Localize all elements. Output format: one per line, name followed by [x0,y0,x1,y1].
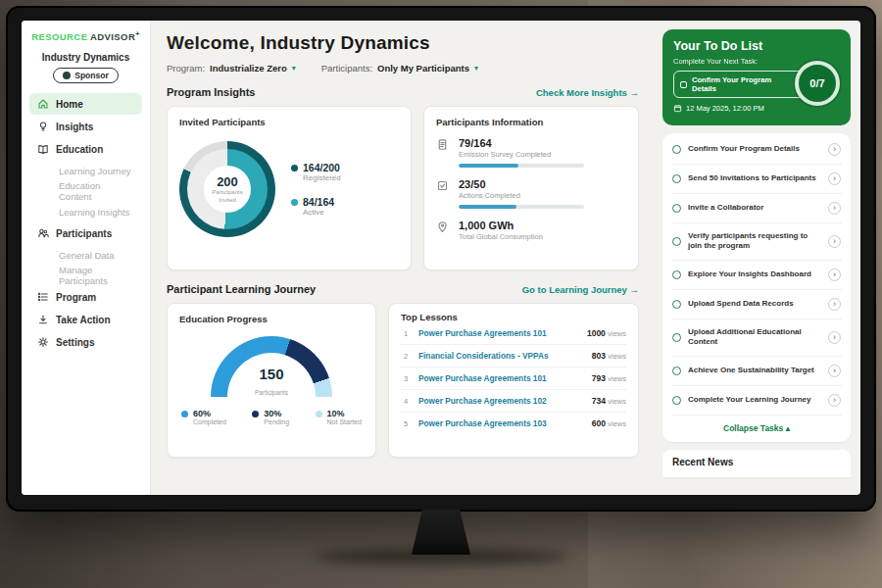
sidebar-item-settings[interactable]: Settings [29,331,142,353]
sidebar-item-general-data[interactable]: General Data [29,245,142,265]
not-started-dot [316,411,322,417]
resource-advisor-logo: RESOURCE ADVISOR+ [29,30,142,42]
recent-news-title: Recent News [672,457,733,467]
sidebar-item-education[interactable]: Education [29,138,142,160]
lesson-row[interactable]: 1 Power Purchase Agreements 101 1000 vie… [401,322,626,345]
task-row[interactable]: Invite a Collaborator › [671,194,842,223]
lesson-link[interactable]: Power Purchase Agreements 102 [418,396,584,406]
lesson-row[interactable]: 2 Financial Considerations - VPPAs 803 v… [401,345,626,368]
lesson-rank: 3 [401,374,411,383]
stand-shadow [314,549,568,564]
lesson-link[interactable]: Financial Considerations - VPPAs [418,351,584,361]
scene: RESOURCE ADVISOR+ Industry Dynamics Spon… [0,0,882,588]
task-checkbox[interactable] [672,396,681,405]
lesson-views: 1000 views [587,328,626,338]
todo-title: Your To Do List [673,39,840,53]
task-checkbox[interactable] [672,270,681,279]
task-row[interactable]: Upload Spend Data Records › [671,290,842,319]
sidebar-item-insights[interactable]: Insights [29,116,142,137]
task-open-icon[interactable]: › [828,394,841,407]
insights-cards-row: Invited Participants 200 Participants In… [167,106,639,270]
program-select[interactable]: Program: Industrialize Zero ▾ [167,63,296,74]
task-open-icon[interactable]: › [828,365,841,377]
sponsor-badge: Sponsor [53,68,118,83]
next-task-pill[interactable]: Confirm Your Program Details [673,71,805,98]
task-open-icon[interactable]: › [828,172,841,185]
sidebar-item-program[interactable]: Program [29,286,142,308]
lesson-row[interactable]: 3 Power Purchase Agreements 101 793 view… [401,368,626,390]
chevron-down-icon: ▾ [292,64,296,73]
participants-information-card: Participants Information 79/164 Emission… [423,106,639,270]
task-checkbox[interactable] [672,204,681,213]
org-name: Industry Dynamics [29,52,142,63]
consumption-row: 1,000 GWh Total Global Consumption [436,220,626,241]
task-checkbox[interactable] [672,367,681,375]
learning-journey-header: Participant Learning Journey Go to Learn… [167,283,639,295]
lesson-rank: 2 [401,352,411,361]
lesson-rank: 1 [401,329,411,338]
task-row[interactable]: Confirm Your Program Details › [671,135,842,165]
task-open-icon[interactable]: › [828,298,841,311]
task-row[interactable]: Explore Your Insights Dashboard › [671,261,842,290]
task-open-icon[interactable]: › [828,202,841,215]
survey-icon [436,137,450,151]
education-progress-card: Education Progress 150 Participants 60% [167,303,376,458]
registered-dot [291,165,298,172]
legend-not-started: 10% Not Started [316,409,362,425]
monitor-bezel: RESOURCE ADVISOR+ Industry Dynamics Spon… [6,6,876,512]
check-more-insights-link[interactable]: Check More Insights → [536,87,639,98]
sidebar-item-label: Take Action [56,315,111,325]
task-checkbox[interactable] [672,174,681,183]
actions-icon [436,178,450,192]
task-row[interactable]: Achieve One Sustainability Target › [671,357,842,386]
home-icon [36,98,49,111]
sidebar-item-learning-insights[interactable]: Learning Insights [29,202,142,221]
program-value: Industrialize Zero [210,63,287,74]
section-title: Participant Learning Journey [167,283,316,295]
task-open-icon[interactable]: › [828,143,841,156]
sidebar-item-home[interactable]: Home [29,93,142,115]
task-open-icon[interactable]: › [828,235,841,248]
metric-value: 23/50 [459,178,584,190]
sidebar-item-manage-participants[interactable]: Manage Participants [29,266,142,285]
task-open-icon[interactable]: › [828,331,841,344]
task-checkbox[interactable] [672,300,681,309]
lesson-views: 803 views [592,351,626,361]
journey-cards-row: Education Progress 150 Participants 60% [167,303,639,458]
collapse-tasks-link[interactable]: Collapse Tasks ▴ [671,416,842,440]
task-open-icon[interactable]: › [828,269,841,281]
task-row[interactable]: Upload Additional Educational Content › [671,319,842,357]
task-row[interactable]: Complete Your Learning Journey › [671,386,842,416]
legend-active: 84/164 Active [291,196,341,217]
program-insights-header: Program Insights Check More Insights → [167,86,639,98]
lesson-row[interactable]: 4 Power Purchase Agreements 102 734 view… [401,390,626,413]
participants-select[interactable]: Participants: Only My Participants ▾ [321,63,478,74]
sidebar-item-label: Manage Participants [59,265,135,286]
legend-completed: 60% Completed [181,409,226,425]
task-row[interactable]: Send 50 Invitations to Participants › [671,165,842,194]
go-to-learning-journey-link[interactable]: Go to Learning Journey → [522,284,639,295]
lesson-link[interactable]: Power Purchase Agreements 103 [418,418,584,428]
sidebar-item-label: Learning Journey [59,166,130,176]
lesson-link[interactable]: Power Purchase Agreements 101 [418,328,579,338]
lesson-views: 734 views [592,396,626,406]
lesson-link[interactable]: Power Purchase Agreements 101 [418,373,584,383]
sidebar-item-participants[interactable]: Participants [29,222,142,244]
lesson-row[interactable]: 5 Power Purchase Agreements 103 600 view… [401,413,626,434]
checkbox-icon[interactable] [680,81,687,88]
participants-value: Only My Participants [377,63,469,74]
metric-label: Actions Completed [459,191,584,200]
task-row[interactable]: Verify participants requesting to join t… [671,223,842,261]
task-checkbox[interactable] [672,237,681,246]
sidebar-item-education-content[interactable]: Education Content [29,181,142,201]
book-icon [36,143,49,156]
invited-donut-chart: 200 Participants Invited [179,141,275,237]
task-checkbox[interactable] [672,333,681,342]
sidebar-item-learning-journey[interactable]: Learning Journey [29,161,142,180]
emission-survey-row: 79/164 Emission Survey Completed [436,137,626,168]
task-checkbox[interactable] [672,145,681,154]
sidebar-item-take-action[interactable]: Take Action [29,309,142,330]
sidebar-item-label: Learning Insights [59,207,129,218]
todo-progress-ring: 0/7 [795,61,840,106]
sidebar-item-label: Insights [56,122,93,132]
